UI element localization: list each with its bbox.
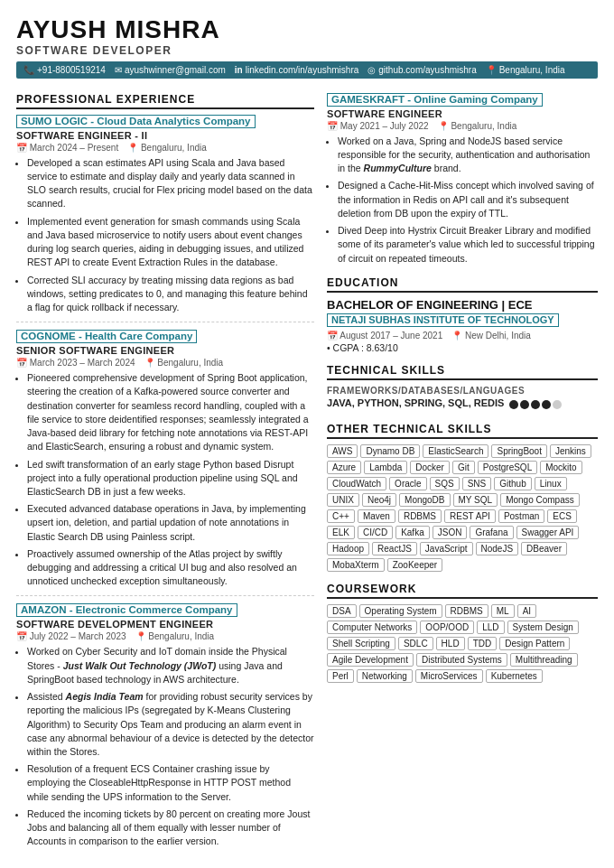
- dot-1: [509, 400, 518, 409]
- tag-sqs: SQS: [430, 477, 460, 490]
- location-text: Bengaluru, India: [499, 65, 565, 75]
- cw-lld: LLD: [477, 621, 504, 634]
- role-gameskraft: SOFTWARE ENGINEER: [327, 108, 598, 119]
- role-cognome: SENIOR SOFTWARE ENGINEER: [16, 345, 314, 356]
- tag-git: Git: [452, 461, 475, 474]
- email-text: ayushwinner@gmail.com: [125, 65, 226, 75]
- bullet-item: Resolution of a frequent ECS Container c…: [27, 762, 314, 804]
- main-content: PROFESSIONAL EXPERIENCE SUMO LOGIC - Clo…: [16, 93, 598, 860]
- tag-oracle: Oracle: [389, 477, 426, 490]
- bullet-item: Proactively assumed ownership of the Atl…: [27, 547, 314, 589]
- tag-maven: Maven: [358, 509, 395, 523]
- cw-hld: HLD: [436, 637, 465, 650]
- gameskraft-section: GAMESKRAFT - Online Gaming Company SOFTW…: [327, 93, 598, 266]
- cw-dist: Distributed Systems: [416, 653, 507, 667]
- tag-cicd: CI/CD: [358, 526, 393, 539]
- cw-mt: Multithreading: [510, 653, 578, 667]
- technical-skills-title: TECHNICAL SKILLS: [327, 364, 598, 380]
- bullet-item: Dived Deep into Hystrix Circuit Breaker …: [338, 224, 598, 266]
- tag-zookeeper: ZooKeeper: [387, 558, 442, 572]
- cw-dsa: DSA: [327, 604, 357, 618]
- tag-neo4j: Neo4j: [362, 493, 396, 507]
- bullet-item: Pioneered comprehensive development of S…: [27, 371, 314, 453]
- cw-rdbms: RDBMS: [445, 604, 488, 618]
- calendar-icon: 📅 May 2021 – July 2022: [327, 121, 429, 131]
- role-sumo: SOFTWARE ENGINEER - II: [16, 130, 314, 141]
- edu-institute: NETAJI SUBHAS INSTITUTE OF TECHNOLOGY: [327, 313, 559, 327]
- calendar-icon: 📅 March 2023 – March 2024: [16, 358, 135, 368]
- dot-4: [542, 400, 551, 409]
- calendar-icon: 📅 July 2022 – March 2023: [16, 631, 126, 641]
- bullet-item: Developed a scan estimates API using Sca…: [27, 156, 314, 211]
- dot-3: [531, 400, 540, 409]
- linkedin-text: linkedin.com/in/ayushmishra: [246, 65, 359, 75]
- edu-degree: BACHELOR OF ENGINEERING | ECE: [327, 298, 598, 312]
- calendar-icon: 📅 August 2017 – June 2021: [327, 331, 442, 341]
- tag-rdbms: RDBMS: [398, 509, 442, 523]
- cw-sdlc: SDLC: [398, 637, 433, 650]
- company-sumo: SUMO LOGIC - Cloud Data Analytics Compan…: [16, 115, 256, 128]
- tag-linux: Linux: [535, 477, 567, 490]
- edu-location: 📍 New Delhi, India: [451, 331, 531, 341]
- experience-section-title: PROFESSIONAL EXPERIENCE: [16, 93, 314, 109]
- cw-oop: OOP/OOD: [420, 621, 474, 634]
- location-amazon: 📍 Bengaluru, India: [135, 631, 215, 641]
- meta-amazon: 📅 July 2022 – March 2023 📍 Bengaluru, In…: [16, 631, 314, 641]
- cw-dp: Design Pattern: [499, 637, 570, 650]
- cw-agile: Agile Development: [327, 653, 414, 667]
- other-skills-title: OTHER TECHNICAL SKILLS: [327, 423, 598, 439]
- right-column: GAMESKRAFT - Online Gaming Company SOFTW…: [327, 93, 598, 860]
- main-skill-row: JAVA, PYTHON, SPRING, SQL, REDIS: [327, 397, 598, 412]
- bullet-item: Assisted Aegis India Team for providing …: [27, 690, 314, 759]
- tag-grafana: Grafana: [470, 526, 513, 539]
- left-column: PROFESSIONAL EXPERIENCE SUMO LOGIC - Clo…: [16, 93, 314, 860]
- education-section-title: EDUCATION: [327, 276, 598, 293]
- tag-javascript: JavaScript: [420, 542, 473, 555]
- company-amazon: AMAZON - Electronic Commerce Company: [16, 603, 237, 617]
- location-sumo: 📍 Bengaluru, India: [127, 143, 207, 153]
- cw-k8s: Kubernetes: [486, 669, 543, 683]
- location-icon: 📍: [486, 65, 497, 75]
- candidate-name: AYUSH MISHRA: [16, 16, 598, 44]
- contact-bar: 📞 +91-8800519214 ✉ ayushwinner@gmail.com…: [16, 61, 598, 79]
- company-gameskraft: GAMESKRAFT - Online Gaming Company: [327, 93, 543, 107]
- phone-icon: 📞: [23, 65, 34, 75]
- tag-springboot: SpringBoot: [491, 444, 546, 458]
- coursework-title: COURSEWORK: [327, 583, 598, 599]
- tag-elk: ELK: [327, 526, 355, 539]
- contact-github: ◎ github.com/ayushmishra: [367, 65, 476, 75]
- bullet-item: Led swift transformation of an early sta…: [27, 458, 314, 499]
- cw-net: Networking: [357, 669, 413, 683]
- tag-postman: Postman: [498, 509, 544, 523]
- edu-meta: 📅 August 2017 – June 2021 📍 New Delhi, I…: [327, 331, 598, 341]
- github-icon: ◎: [367, 65, 376, 75]
- meta-gameskraft: 📅 May 2021 – July 2022 📍 Bengaluru, Indi…: [327, 121, 598, 131]
- tag-dynamodb: Dynamo DB: [360, 444, 420, 458]
- contact-linkedin: in linkedin.com/in/ayushmishra: [235, 65, 359, 75]
- resume-header: AYUSH MISHRA SOFTWARE DEVELOPER 📞 +91-88…: [16, 16, 598, 79]
- meta-sumo: 📅 March 2024 – Present 📍 Bengaluru, Indi…: [16, 143, 314, 153]
- tag-mongodb: MongoDB: [399, 493, 450, 507]
- location-cognome: 📍 Bengaluru, India: [144, 358, 224, 368]
- tag-mockito: Mockito: [540, 461, 581, 474]
- tag-swaggerapi: Swagger API: [516, 526, 580, 539]
- phone-text: +91-8800519214: [37, 65, 106, 75]
- tag-kafka: Kafka: [395, 526, 430, 539]
- cw-os: Operating System: [359, 604, 442, 618]
- tag-docker: Docker: [410, 461, 450, 474]
- bullet-item: Reduced the incoming tickets by 80 perce…: [27, 807, 314, 849]
- tag-restapi: REST API: [444, 509, 496, 523]
- contact-phone: 📞 +91-8800519214: [23, 65, 106, 75]
- tag-elasticsearch: ElasticSearch: [423, 444, 488, 458]
- education-section: EDUCATION BACHELOR OF ENGINEERING | ECE …: [327, 276, 598, 353]
- cw-cn: Computer Networks: [327, 621, 417, 634]
- bullet-item: Implemented event generation for smash c…: [27, 215, 314, 270]
- tag-nodejs: NodeJS: [476, 542, 519, 555]
- skill-sub-title: FRAMEWORKS/DATABASES/LANGUAGES: [327, 386, 598, 396]
- tag-ecs: ECS: [547, 509, 577, 523]
- tag-jenkins: Jenkins: [550, 444, 591, 458]
- tag-mobaxterm: MobaXterm: [327, 558, 385, 572]
- coursework-section: COURSEWORK DSA Operating System RDBMS ML…: [327, 583, 598, 683]
- tag-hadoop: Hadoop: [327, 542, 369, 555]
- cw-ms: MicroServices: [415, 669, 483, 683]
